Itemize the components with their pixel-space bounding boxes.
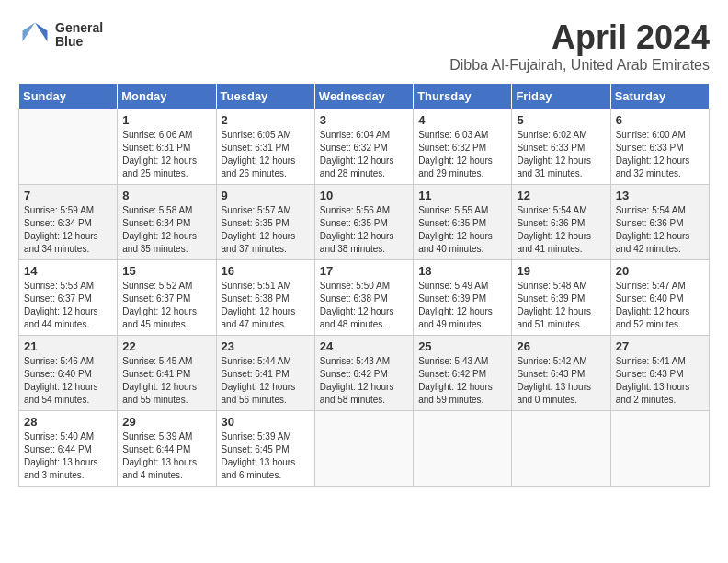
calendar-week-row: 1Sunrise: 6:06 AM Sunset: 6:31 PM Daylig… xyxy=(19,109,710,185)
calendar-cell: 30Sunrise: 5:39 AM Sunset: 6:45 PM Dayli… xyxy=(216,411,314,487)
logo-icon xyxy=(18,18,51,52)
day-number: 30 xyxy=(222,415,310,429)
day-info: Sunrise: 5:39 AM Sunset: 6:45 PM Dayligh… xyxy=(222,431,310,482)
day-number: 7 xyxy=(24,189,112,202)
month-title: April 2024 xyxy=(449,18,710,57)
calendar-cell: 22Sunrise: 5:45 AM Sunset: 6:41 PM Dayli… xyxy=(118,336,216,411)
day-info: Sunrise: 6:02 AM Sunset: 6:33 PM Dayligh… xyxy=(517,129,605,180)
calendar-cell: 15Sunrise: 5:52 AM Sunset: 6:37 PM Dayli… xyxy=(118,260,216,336)
weekday-header: Thursday xyxy=(414,84,512,109)
calendar-cell: 24Sunrise: 5:43 AM Sunset: 6:42 PM Dayli… xyxy=(314,336,413,411)
day-info: Sunrise: 5:57 AM Sunset: 6:35 PM Dayligh… xyxy=(222,204,310,256)
calendar-cell: 12Sunrise: 5:54 AM Sunset: 6:36 PM Dayli… xyxy=(512,185,610,260)
day-info: Sunrise: 6:06 AM Sunset: 6:31 PM Dayligh… xyxy=(122,129,210,180)
day-number: 19 xyxy=(517,264,605,278)
day-number: 24 xyxy=(320,339,408,353)
calendar-cell: 28Sunrise: 5:40 AM Sunset: 6:44 PM Dayli… xyxy=(19,411,118,487)
title-block: April 2024 Dibba Al-Fujairah, United Ara… xyxy=(449,18,710,74)
day-info: Sunrise: 5:46 AM Sunset: 6:40 PM Dayligh… xyxy=(24,355,112,407)
weekday-header: Tuesday xyxy=(216,84,314,109)
day-info: Sunrise: 6:05 AM Sunset: 6:31 PM Dayligh… xyxy=(222,129,310,180)
day-number: 16 xyxy=(222,264,310,278)
day-info: Sunrise: 5:54 AM Sunset: 6:36 PM Dayligh… xyxy=(616,204,704,256)
calendar-cell xyxy=(414,411,512,487)
calendar-table: SundayMondayTuesdayWednesdayThursdayFrid… xyxy=(18,83,710,487)
calendar-cell xyxy=(512,411,610,487)
logo: General Blue xyxy=(18,18,103,52)
day-number: 6 xyxy=(616,113,704,127)
calendar-cell: 13Sunrise: 5:54 AM Sunset: 6:36 PM Dayli… xyxy=(610,185,709,260)
day-number: 10 xyxy=(320,189,408,202)
calendar-cell: 26Sunrise: 5:42 AM Sunset: 6:43 PM Dayli… xyxy=(512,336,610,411)
day-info: Sunrise: 5:40 AM Sunset: 6:44 PM Dayligh… xyxy=(24,431,112,482)
day-info: Sunrise: 5:52 AM Sunset: 6:37 PM Dayligh… xyxy=(122,280,210,331)
day-number: 23 xyxy=(222,339,310,353)
calendar-cell: 6Sunrise: 6:00 AM Sunset: 6:33 PM Daylig… xyxy=(610,109,709,185)
weekday-header: Friday xyxy=(512,84,610,109)
calendar-cell: 29Sunrise: 5:39 AM Sunset: 6:44 PM Dayli… xyxy=(118,411,216,487)
logo-line2: Blue xyxy=(55,35,103,49)
calendar-cell: 25Sunrise: 5:43 AM Sunset: 6:42 PM Dayli… xyxy=(414,336,512,411)
day-info: Sunrise: 5:59 AM Sunset: 6:34 PM Dayligh… xyxy=(24,204,112,256)
calendar-cell: 1Sunrise: 6:06 AM Sunset: 6:31 PM Daylig… xyxy=(118,109,216,185)
calendar-cell: 16Sunrise: 5:51 AM Sunset: 6:38 PM Dayli… xyxy=(216,260,314,336)
day-number: 27 xyxy=(616,339,704,353)
day-info: Sunrise: 5:55 AM Sunset: 6:35 PM Dayligh… xyxy=(418,204,506,256)
day-number: 29 xyxy=(122,415,210,429)
day-number: 1 xyxy=(122,113,210,127)
day-info: Sunrise: 6:00 AM Sunset: 6:33 PM Dayligh… xyxy=(616,129,704,180)
calendar-cell: 9Sunrise: 5:57 AM Sunset: 6:35 PM Daylig… xyxy=(216,185,314,260)
day-info: Sunrise: 6:04 AM Sunset: 6:32 PM Dayligh… xyxy=(320,129,408,180)
day-number: 12 xyxy=(517,189,605,202)
day-number: 25 xyxy=(418,339,506,353)
day-info: Sunrise: 5:42 AM Sunset: 6:43 PM Dayligh… xyxy=(517,355,605,407)
day-info: Sunrise: 5:53 AM Sunset: 6:37 PM Dayligh… xyxy=(24,280,112,331)
calendar-cell: 5Sunrise: 6:02 AM Sunset: 6:33 PM Daylig… xyxy=(512,109,610,185)
day-number: 3 xyxy=(320,113,408,127)
day-number: 17 xyxy=(320,264,408,278)
calendar-week-row: 7Sunrise: 5:59 AM Sunset: 6:34 PM Daylig… xyxy=(19,185,710,260)
day-number: 13 xyxy=(616,189,704,202)
calendar-cell: 18Sunrise: 5:49 AM Sunset: 6:39 PM Dayli… xyxy=(414,260,512,336)
calendar-cell: 20Sunrise: 5:47 AM Sunset: 6:40 PM Dayli… xyxy=(610,260,709,336)
calendar-week-row: 14Sunrise: 5:53 AM Sunset: 6:37 PM Dayli… xyxy=(19,260,710,336)
svg-marker-1 xyxy=(23,23,36,42)
calendar-cell: 8Sunrise: 5:58 AM Sunset: 6:34 PM Daylig… xyxy=(118,185,216,260)
day-info: Sunrise: 5:58 AM Sunset: 6:34 PM Dayligh… xyxy=(122,204,210,256)
day-number: 4 xyxy=(418,113,506,127)
day-info: Sunrise: 5:41 AM Sunset: 6:43 PM Dayligh… xyxy=(616,355,704,407)
calendar-cell: 11Sunrise: 5:55 AM Sunset: 6:35 PM Dayli… xyxy=(414,185,512,260)
calendar-cell: 10Sunrise: 5:56 AM Sunset: 6:35 PM Dayli… xyxy=(314,185,413,260)
day-number: 2 xyxy=(222,113,310,127)
calendar-body: 1Sunrise: 6:06 AM Sunset: 6:31 PM Daylig… xyxy=(19,109,710,487)
day-number: 8 xyxy=(122,189,210,202)
day-info: Sunrise: 5:39 AM Sunset: 6:44 PM Dayligh… xyxy=(122,431,210,482)
calendar-cell xyxy=(19,109,118,185)
calendar-cell: 27Sunrise: 5:41 AM Sunset: 6:43 PM Dayli… xyxy=(610,336,709,411)
weekday-header: Wednesday xyxy=(314,84,413,109)
weekday-header: Sunday xyxy=(19,84,118,109)
day-number: 18 xyxy=(418,264,506,278)
weekday-header: Monday xyxy=(118,84,216,109)
weekday-header: Saturday xyxy=(610,84,709,109)
calendar-week-row: 28Sunrise: 5:40 AM Sunset: 6:44 PM Dayli… xyxy=(19,411,710,487)
day-info: Sunrise: 5:44 AM Sunset: 6:41 PM Dayligh… xyxy=(222,355,310,407)
calendar-cell: 2Sunrise: 6:05 AM Sunset: 6:31 PM Daylig… xyxy=(216,109,314,185)
day-number: 11 xyxy=(418,189,506,202)
day-info: Sunrise: 5:47 AM Sunset: 6:40 PM Dayligh… xyxy=(616,280,704,331)
day-info: Sunrise: 5:54 AM Sunset: 6:36 PM Dayligh… xyxy=(517,204,605,256)
day-number: 28 xyxy=(24,415,112,429)
day-number: 15 xyxy=(122,264,210,278)
calendar-cell: 3Sunrise: 6:04 AM Sunset: 6:32 PM Daylig… xyxy=(314,109,413,185)
calendar-cell: 17Sunrise: 5:50 AM Sunset: 6:38 PM Dayli… xyxy=(314,260,413,336)
day-number: 20 xyxy=(616,264,704,278)
day-number: 9 xyxy=(222,189,310,202)
day-number: 14 xyxy=(24,264,112,278)
day-number: 26 xyxy=(517,339,605,353)
day-info: Sunrise: 5:43 AM Sunset: 6:42 PM Dayligh… xyxy=(418,355,506,407)
day-info: Sunrise: 6:03 AM Sunset: 6:32 PM Dayligh… xyxy=(418,129,506,180)
day-info: Sunrise: 5:56 AM Sunset: 6:35 PM Dayligh… xyxy=(320,204,408,256)
calendar-cell xyxy=(314,411,413,487)
calendar-header: SundayMondayTuesdayWednesdayThursdayFrid… xyxy=(19,84,710,109)
day-info: Sunrise: 5:49 AM Sunset: 6:39 PM Dayligh… xyxy=(418,280,506,331)
